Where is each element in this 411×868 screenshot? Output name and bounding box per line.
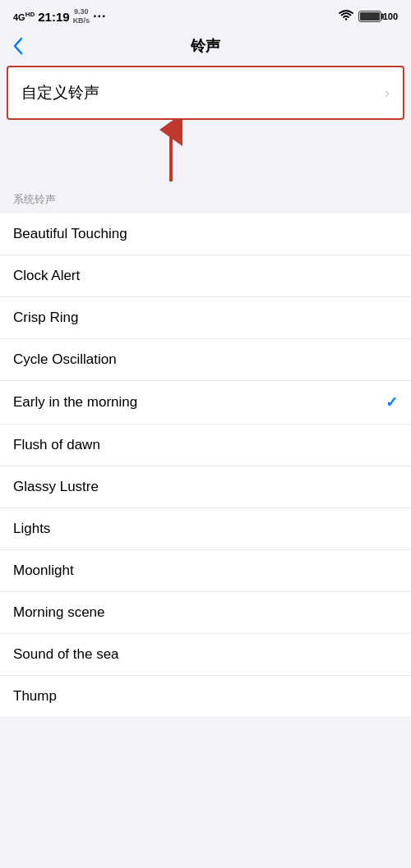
- status-bar: 4GHD 21:19 9.30 KB/s ··· 100: [0, 0, 411, 30]
- section-header-label: 系统铃声: [13, 193, 56, 205]
- page-header: 铃声: [0, 30, 411, 66]
- status-right: 100: [339, 10, 398, 24]
- custom-ringtone-section: 自定义铃声 ›: [7, 66, 404, 120]
- ringtone-item[interactable]: Early in the morning✓: [0, 381, 411, 425]
- battery-icon: [358, 11, 381, 22]
- page-title: 铃声: [191, 36, 220, 56]
- network-indicator: 4GHD: [13, 11, 35, 22]
- ringtone-name: Clock Alert: [13, 268, 80, 284]
- wifi-icon: [339, 10, 353, 24]
- ringtone-list: Beautiful TouchingClock AlertCrisp RingC…: [0, 214, 411, 717]
- ringtone-item[interactable]: Cycle Oscillation: [0, 339, 411, 381]
- ringtone-item[interactable]: Moonlight: [0, 550, 411, 592]
- ringtone-item[interactable]: Beautiful Touching: [0, 214, 411, 255]
- arrow-annotation: [7, 120, 404, 186]
- ringtone-item[interactable]: Glassy Lustre: [0, 466, 411, 508]
- network-speed: 9.30 KB/s: [73, 7, 90, 25]
- battery-percent: 100: [383, 11, 398, 21]
- status-left: 4GHD 21:19 9.30 KB/s ···: [13, 7, 106, 25]
- ringtone-name: Cycle Oscillation: [13, 351, 117, 368]
- chevron-right-icon: ›: [385, 85, 390, 102]
- ringtone-name: Early in the morning: [13, 394, 137, 411]
- ringtone-item[interactable]: Crisp Ring: [0, 297, 411, 339]
- selected-checkmark: ✓: [386, 393, 398, 411]
- ringtone-name: Sound of the sea: [13, 646, 119, 663]
- ringtone-name: Flush of dawn: [13, 437, 100, 453]
- ringtone-name: Beautiful Touching: [13, 226, 127, 242]
- ringtone-name: Lights: [13, 521, 50, 537]
- ringtone-name: Thump: [13, 688, 57, 705]
- ringtone-item[interactable]: Flush of dawn: [0, 425, 411, 466]
- back-button[interactable]: [13, 37, 23, 55]
- section-header: 系统铃声: [0, 186, 411, 210]
- ringtone-name: Moonlight: [13, 563, 74, 579]
- ringtone-item[interactable]: Sound of the sea: [0, 634, 411, 676]
- ringtone-name: Glassy Lustre: [13, 479, 99, 495]
- status-time: 21:19: [38, 10, 69, 24]
- ringtone-item[interactable]: Lights: [0, 508, 411, 550]
- ringtone-name: Crisp Ring: [13, 310, 78, 326]
- ringtone-item[interactable]: Clock Alert: [0, 255, 411, 297]
- custom-ringtone-label: 自定义铃声: [21, 82, 99, 103]
- ringtone-name: Morning scene: [13, 604, 105, 621]
- ringtone-item[interactable]: Thump: [0, 676, 411, 717]
- status-dots: ···: [93, 9, 106, 24]
- custom-ringtone-item[interactable]: 自定义铃声 ›: [8, 67, 403, 118]
- ringtone-item[interactable]: Morning scene: [0, 592, 411, 634]
